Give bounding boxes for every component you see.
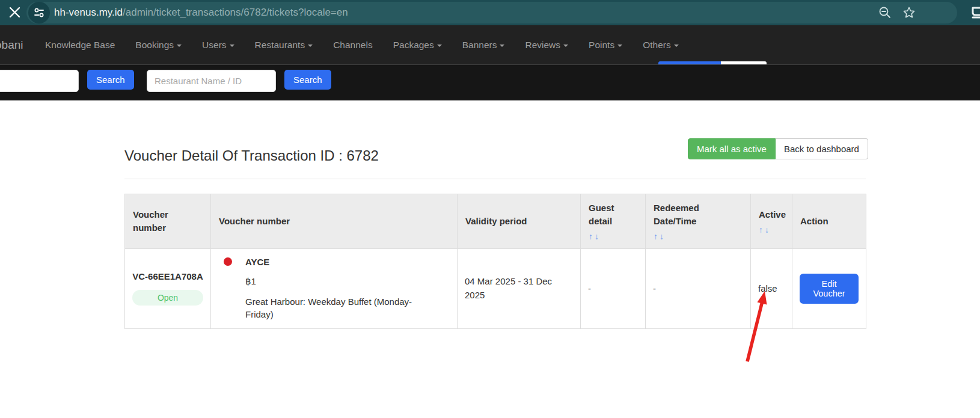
- header-action: Action: [792, 194, 866, 249]
- page-content: Voucher Detail Of Transaction ID : 6782 …: [0, 100, 980, 418]
- restaurant-search-input[interactable]: [147, 70, 276, 92]
- cell-voucher-code: VC-66EE1A708A Open: [125, 248, 211, 328]
- header-validity-period: Validity period: [458, 194, 581, 249]
- status-badge: Open: [132, 290, 203, 306]
- url-path: /admin/ticket_transactions/6782/tickets?…: [123, 7, 348, 18]
- url-text[interactable]: hh-venus.my.id/admin/ticket_transactions…: [54, 0, 348, 25]
- chevron-down-icon: [177, 45, 182, 47]
- nav-item-packages[interactable]: Packages: [383, 25, 452, 64]
- app-window: hh-venus.my.id/admin/ticket_transactions…: [0, 0, 980, 418]
- table-row: VC-66EE1A708A Open AYCE ฿1 Great Harbour…: [125, 248, 866, 328]
- back-to-dashboard-button[interactable]: Back to dashboard: [776, 138, 868, 159]
- cell-voucher-info: AYCE ฿1 Great Harbour: Weekday Buffet (M…: [211, 248, 458, 328]
- chevron-down-icon: [308, 45, 313, 47]
- chevron-down-icon: [230, 45, 234, 47]
- nav-item-users[interactable]: Users: [192, 25, 244, 64]
- nav-item-others[interactable]: Others: [632, 25, 689, 64]
- main-navbar: obani Knowledge Base Bookings Users Rest…: [0, 25, 980, 64]
- chevron-down-icon: [674, 45, 679, 47]
- header-redeemed-datetime: Redeemed Date/Time↑↓: [646, 194, 751, 249]
- sort-arrows-icon[interactable]: ↑↓: [654, 232, 743, 241]
- site-settings-icon[interactable]: [28, 2, 50, 23]
- page-actions: Mark all as active Back to dashboard: [688, 138, 868, 159]
- header-voucher-number-1: Voucher number: [125, 194, 211, 249]
- nav-item-banners[interactable]: Banners: [452, 25, 515, 64]
- voucher-table: Voucher number Voucher number Validity p…: [124, 194, 866, 329]
- header-voucher-number-2: Voucher number: [211, 194, 458, 249]
- nav-item-points[interactable]: Points: [578, 25, 632, 64]
- edit-voucher-button[interactable]: Edit Voucher: [800, 274, 859, 304]
- cell-guest-detail: -: [581, 248, 646, 328]
- guest-detail: -: [588, 283, 591, 294]
- chevron-down-icon: [563, 45, 568, 47]
- nav-item-knowledge-base[interactable]: Knowledge Base: [35, 25, 125, 64]
- validity-period: 04 Mar 2025 - 31 Dec 2025: [465, 275, 573, 302]
- red-dot-icon: [224, 257, 232, 266]
- mark-all-active-button[interactable]: Mark all as active: [688, 138, 776, 159]
- navbar-brand[interactable]: obani: [0, 25, 23, 64]
- left-search-button[interactable]: Search: [87, 70, 134, 90]
- left-search-input[interactable]: D: [0, 70, 79, 92]
- cell-action: Edit Voucher: [792, 248, 866, 328]
- voucher-code: VC-66EE1A708A: [132, 271, 203, 281]
- table-header-row: Voucher number Voucher number Validity p…: [125, 194, 866, 249]
- chevron-down-icon: [617, 45, 622, 47]
- active-value: false: [758, 283, 777, 294]
- chevron-down-icon: [437, 45, 442, 47]
- chevron-down-icon: [500, 45, 504, 47]
- ticket-price: ฿1: [245, 275, 426, 287]
- ticket-name: AYCE: [245, 257, 269, 267]
- sort-arrows-icon[interactable]: ↑↓: [759, 225, 784, 235]
- nav-item-reviews[interactable]: Reviews: [515, 25, 578, 64]
- zoom-out-icon[interactable]: [878, 5, 892, 20]
- url-domain: hh-venus.my.id: [54, 7, 123, 18]
- close-icon[interactable]: [8, 6, 21, 19]
- nav-item-restaurants[interactable]: Restaurants: [245, 25, 323, 64]
- sort-arrows-icon[interactable]: ↑↓: [589, 232, 637, 241]
- navbar-links: Knowledge Base Bookings Users Restaurant…: [35, 25, 689, 64]
- cell-active: false: [751, 248, 792, 328]
- browser-top-bar: hh-venus.my.id/admin/ticket_transactions…: [0, 0, 980, 25]
- redeemed-datetime: -: [653, 283, 656, 294]
- cell-validity-period: 04 Mar 2025 - 31 Dec 2025: [458, 248, 581, 328]
- cell-redeemed-datetime: -: [646, 248, 751, 328]
- quick-search-bar: D Search Search: [0, 64, 980, 100]
- restaurant-name: Great Harbour: Weekday Buffet (Monday-Fr…: [245, 295, 426, 321]
- restaurant-search-button[interactable]: Search: [284, 70, 331, 90]
- bookmark-star-icon[interactable]: [902, 5, 916, 20]
- page-title: Voucher Detail Of Transaction ID : 6782: [124, 147, 379, 164]
- browser-extension-icon-partial[interactable]: [969, 4, 980, 21]
- title-divider: [124, 179, 866, 179]
- nav-item-channels[interactable]: Channels: [323, 25, 383, 64]
- header-guest-detail: Guest detail↑↓: [581, 194, 646, 249]
- nav-item-bookings[interactable]: Bookings: [125, 25, 192, 64]
- header-active: Active↑↓: [751, 194, 792, 249]
